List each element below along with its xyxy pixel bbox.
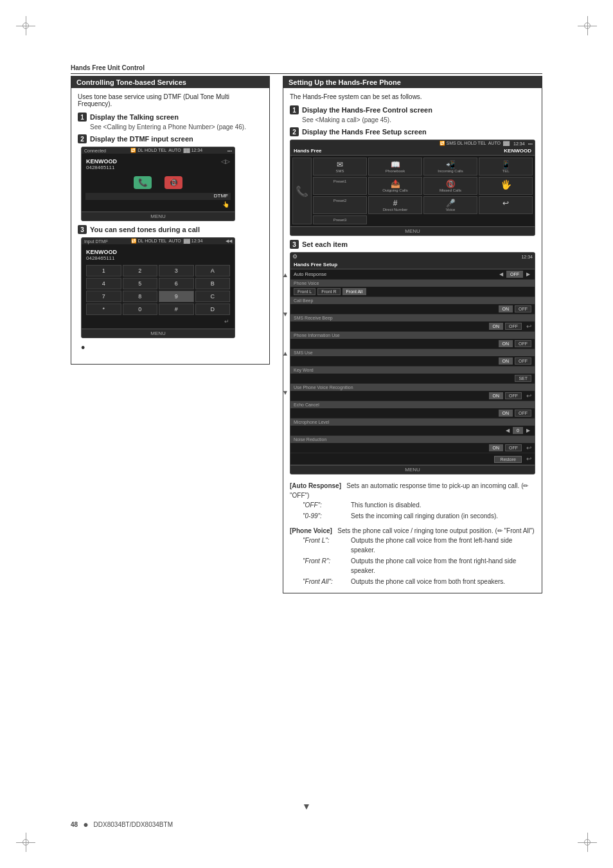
- sms-beep-on-btn[interactable]: ON: [489, 323, 504, 330]
- key-D[interactable]: D: [195, 303, 231, 315]
- noise-label: Noise Reduction: [290, 436, 535, 443]
- mic-right-arrow[interactable]: ▶: [525, 428, 531, 433]
- auto-response-sub-099: "0-99": Sets the incoming call ringing d…: [303, 511, 535, 521]
- hf-sms-icon-cell[interactable]: ✉ SMS: [313, 158, 367, 176]
- hf-tel-cell[interactable]: 📱 TEL: [479, 158, 533, 176]
- hangup-btn[interactable]: 📵: [164, 176, 182, 189]
- keypad-arrow: ◀◀: [226, 239, 232, 244]
- setup-menu-label[interactable]: MENU: [405, 467, 420, 473]
- auto-response-off-btn[interactable]: OFF: [506, 271, 523, 278]
- hf-menu-label[interactable]: MENU: [405, 228, 420, 234]
- key-4[interactable]: 4: [86, 278, 121, 289]
- echo-cancel-label: Echo Cancel: [290, 401, 535, 408]
- echo-off-btn[interactable]: OFF: [515, 410, 531, 417]
- hf-hand-cell[interactable]: 🖐: [479, 177, 533, 195]
- hf-direct-icon: #: [393, 199, 398, 208]
- voice-recog-enter[interactable]: ↩: [526, 392, 531, 399]
- hf-preset1-cell[interactable]: Preset1: [313, 177, 367, 195]
- key-9[interactable]: 9: [159, 291, 194, 302]
- front-all-btn[interactable]: Front All: [342, 288, 367, 295]
- keypad-enter-icon: ↵: [84, 317, 232, 326]
- sms-beep-value: ON OFF ↩: [489, 323, 532, 330]
- key-C[interactable]: C: [195, 291, 231, 302]
- call-beep-off-btn[interactable]: OFF: [515, 305, 531, 312]
- keypad-status-icons: 🔁 DL HOLD TEL AUTO ▓▓ 12:34: [131, 239, 203, 244]
- auto-099-val: Sets the incoming call ringing duration …: [351, 511, 498, 521]
- echo-cancel-value: ON OFF: [499, 410, 532, 417]
- answer-btn[interactable]: 📞: [134, 176, 152, 189]
- step-3: 3 You can send tones during a call Input…: [78, 225, 263, 355]
- sms-beep-enter[interactable]: ↩: [526, 323, 531, 330]
- screen-statusbar-connected: Connected 🔁 DL HOLD TEL AUTO ▓▓ 12:34 ••…: [82, 147, 235, 154]
- right-step-1-num: 1: [290, 105, 299, 114]
- sms-use-off-btn[interactable]: OFF: [515, 357, 531, 365]
- sms-use-on-btn[interactable]: ON: [499, 357, 513, 365]
- phone-info-row: ON OFF: [290, 339, 535, 349]
- sms-beep-off-btn[interactable]: OFF: [505, 323, 522, 330]
- auto-resp-left-arrow[interactable]: ◀: [498, 271, 504, 277]
- bottom-arrow-indicator: ▼: [302, 801, 311, 811]
- menu-label-keypad[interactable]: MENU: [150, 330, 166, 336]
- hf-phone-icon-cell[interactable]: 📞: [292, 158, 312, 224]
- right-column: Setting Up the Hands-Free Phone The Hand…: [283, 76, 542, 810]
- call-beep-label: Call Beep: [290, 297, 535, 304]
- key-8[interactable]: 8: [123, 291, 158, 302]
- setup-title-text: Hands Free Setup: [294, 262, 337, 267]
- key-7[interactable]: 7: [86, 291, 121, 302]
- right-step-1-header: 1 Display the Hands-Free Control screen: [290, 105, 535, 114]
- voice-recog-value: ON OFF ↩: [489, 392, 532, 399]
- key-1[interactable]: 1: [86, 265, 121, 276]
- front-l-btn[interactable]: Front L: [294, 288, 315, 295]
- footer-model: DDX8034BT/DDX8034BTM: [94, 821, 173, 828]
- noise-enter[interactable]: ↩: [526, 444, 531, 451]
- key-A[interactable]: A: [195, 265, 231, 276]
- auto-response-desc: [Auto Response] Sets an automatic respon…: [290, 481, 535, 521]
- hf-preset2-cell[interactable]: Preset2: [313, 196, 367, 214]
- noise-off-btn[interactable]: OFF: [505, 444, 522, 451]
- hf-brand: KENWOOD: [504, 148, 531, 154]
- voice-recog-on-btn[interactable]: ON: [489, 392, 504, 399]
- phone-info-off-btn[interactable]: OFF: [515, 340, 531, 347]
- step-3-num: 3: [78, 225, 87, 234]
- auto-resp-right-arrow[interactable]: ▶: [525, 271, 531, 277]
- tri-down-2: ▼: [282, 389, 289, 396]
- key-star[interactable]: *: [86, 303, 121, 315]
- key-hash[interactable]: #: [159, 303, 194, 315]
- phone-info-on-btn[interactable]: ON: [499, 340, 513, 347]
- hf-voice-cell[interactable]: 🎤 Voice: [423, 196, 477, 214]
- key-3[interactable]: 3: [159, 265, 194, 276]
- restore-button[interactable]: Restore: [494, 456, 522, 463]
- restore-enter[interactable]: ↩: [526, 455, 531, 462]
- hf-incoming-cell[interactable]: 📲 Incoming Calls: [423, 158, 477, 176]
- hf-missed-label: Missed Calls: [440, 188, 461, 192]
- noise-on-btn[interactable]: ON: [489, 444, 504, 451]
- echo-cancel-row: ON OFF: [290, 408, 535, 419]
- hf-back-cell[interactable]: ↩: [479, 196, 533, 214]
- hf-outgoing-cell[interactable]: 📤 Outgoing Calls: [368, 177, 422, 195]
- key-0[interactable]: 0: [123, 303, 158, 315]
- keypad-caller-num: 0428465111: [86, 255, 230, 261]
- call-beep-on-btn[interactable]: ON: [499, 305, 513, 312]
- mic-left-arrow[interactable]: ◀: [504, 428, 511, 433]
- keypad-screen: Input DTMF 🔁 DL HOLD TEL AUTO ▓▓ 12:34 ◀…: [81, 237, 235, 338]
- echo-on-btn[interactable]: ON: [499, 410, 513, 417]
- key-2[interactable]: 2: [123, 265, 158, 276]
- setup-status-dot: ⚙: [292, 253, 298, 260]
- key-6[interactable]: 6: [159, 278, 194, 289]
- hf-preset1-label: Preset1: [333, 179, 347, 183]
- hf-missed-cell[interactable]: 📵 Missed Calls: [423, 177, 477, 195]
- auto-off-key: "OFF":: [303, 500, 348, 510]
- hf-phonebook-cell[interactable]: 📖 Phonebook: [368, 158, 422, 176]
- voice-recog-off-btn[interactable]: OFF: [505, 392, 522, 399]
- menu-label-connected[interactable]: MENU: [150, 213, 166, 219]
- finger-icon: 👆: [84, 200, 232, 209]
- key-B[interactable]: B: [195, 278, 231, 289]
- key-5[interactable]: 5: [123, 278, 158, 289]
- hf-direct-cell[interactable]: # Direct Number: [368, 196, 422, 214]
- hf-phonebook-icon: 📖: [391, 160, 400, 169]
- keyword-set-btn[interactable]: SET: [515, 375, 531, 382]
- right-step-1-label: Display the Hands-Free Control screen: [302, 106, 432, 114]
- hf-preset3-cell[interactable]: Preset3: [313, 215, 367, 224]
- front-r-btn[interactable]: Front R: [317, 288, 340, 295]
- content-area: Controlling Tone-based Services Uses ton…: [71, 76, 542, 810]
